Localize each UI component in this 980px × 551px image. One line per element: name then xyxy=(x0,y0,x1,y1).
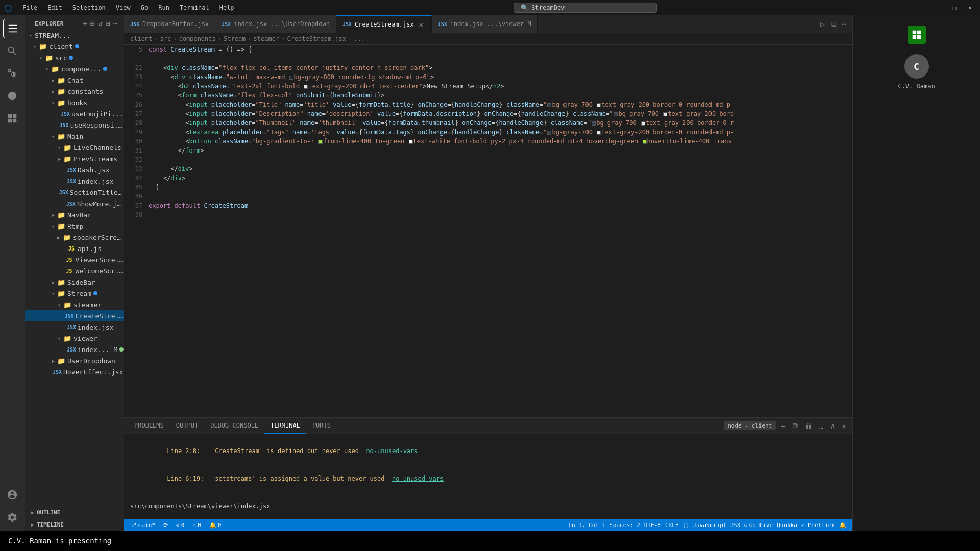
tree-item-sectiontitle[interactable]: JSX SectionTitle.j... xyxy=(24,187,124,198)
tree-item-client[interactable]: ▾ 📁 client xyxy=(24,41,124,52)
terminal-trash-button[interactable]: 🗑 xyxy=(803,421,814,431)
status-notifications[interactable]: 🔔 xyxy=(837,522,848,529)
status-spaces[interactable]: Spaces: 2 xyxy=(607,522,642,529)
breadcrumb-createstream-jsx[interactable]: CreateStream.jsx xyxy=(287,35,346,42)
tree-item-main-index[interactable]: JSX index.jsx xyxy=(24,176,124,187)
menu-selection[interactable]: Selection xyxy=(68,3,110,12)
status-prettier[interactable]: ✓ Prettier xyxy=(799,522,837,529)
collapse-all-button[interactable]: ⊟ xyxy=(106,19,110,28)
tree-item-steamer[interactable]: ▾ 📁 steamer xyxy=(24,299,124,310)
tree-item-sidebar-folder[interactable]: ▶ 📁 SideBar xyxy=(24,277,124,288)
tree-item-main[interactable]: ▾ 📁 Main xyxy=(24,131,124,142)
menu-run[interactable]: Run xyxy=(154,3,174,12)
no-unused-vars-link-2[interactable]: no-unused-vars xyxy=(392,475,444,482)
activity-explorer[interactable] xyxy=(3,19,21,38)
menu-go[interactable]: Go xyxy=(137,3,152,12)
minimize-button[interactable]: − xyxy=(933,3,945,13)
run-button[interactable]: ▷ xyxy=(818,19,826,29)
tree-item-constants[interactable]: ▶ 📁 constants xyxy=(24,86,124,97)
breadcrumb-ellipsis[interactable]: ... xyxy=(354,35,365,42)
panel-chevron-up[interactable]: ∧ xyxy=(828,421,837,431)
terminal-label[interactable]: node - client xyxy=(724,421,776,430)
breadcrumb-src[interactable]: src xyxy=(160,35,172,42)
tree-item-src[interactable]: ▾ 📁 src xyxy=(24,52,124,63)
terminal-add-button[interactable]: + xyxy=(779,421,787,431)
activity-search[interactable] xyxy=(3,42,21,60)
panel-tab-ports[interactable]: PORTS xyxy=(306,418,337,434)
outline-section[interactable]: ▶ OUTLINE xyxy=(24,506,124,518)
code-editor[interactable]: 5 const CreateStream = () => { 22 <div c… xyxy=(124,45,852,417)
tree-item-dash[interactable]: JSX Dash.jsx xyxy=(24,164,124,176)
status-go-live[interactable]: ⊙ Go Live xyxy=(742,522,775,529)
close-button[interactable]: ✕ xyxy=(964,3,976,13)
activity-accounts[interactable] xyxy=(3,486,21,504)
terminal-more-button[interactable]: … xyxy=(817,421,825,431)
timeline-section[interactable]: ▶ TIMELINE xyxy=(24,518,124,531)
activity-settings[interactable] xyxy=(3,508,21,527)
status-lang-mode[interactable]: {} JavaScript JSX xyxy=(680,522,742,529)
tree-item-components[interactable]: ▾ 📁 compone... xyxy=(24,63,124,74)
breadcrumb-steamer[interactable]: steamer xyxy=(254,35,280,42)
breadcrumb-stream[interactable]: Stream xyxy=(224,35,246,42)
tab-close-createstream[interactable]: ✕ xyxy=(417,20,425,29)
tree-item-stream[interactable]: ▾ 📁 Stream xyxy=(24,288,124,299)
no-unused-vars-link-1[interactable]: no-unused-vars xyxy=(366,447,418,455)
tab-dropdownbutton[interactable]: JSX DropdownButton.jsx xyxy=(124,15,215,33)
tree-item-chat[interactable]: ▶ 📁 Chat xyxy=(24,74,124,86)
command-search[interactable]: 🔍 StreamDev xyxy=(514,3,657,13)
panel-close-button[interactable]: ✕ xyxy=(840,421,848,431)
new-folder-button[interactable]: ⊞ xyxy=(90,19,95,28)
tree-item-useresponsi[interactable]: JSX useResponsi... xyxy=(24,119,124,131)
status-sync[interactable]: ⟳ xyxy=(161,519,170,531)
tree-item-api[interactable]: JS api.js xyxy=(24,243,124,254)
tree-item-useemoji[interactable]: JSX useEmojiPi... xyxy=(24,108,124,119)
split-editor-button[interactable]: ⧉ xyxy=(829,19,838,30)
refresh-button[interactable]: ↺ xyxy=(98,19,103,28)
tree-item-livechannels[interactable]: ▾ 📁 LiveChannels xyxy=(24,142,124,153)
menu-terminal[interactable]: Terminal xyxy=(176,3,213,12)
activity-run-debug[interactable] xyxy=(3,87,21,105)
menu-help[interactable]: Help xyxy=(215,3,238,12)
more-tab-button[interactable]: ⋯ xyxy=(840,19,848,29)
tree-root[interactable]: ▾ STREAM... xyxy=(24,30,124,41)
activity-extensions[interactable] xyxy=(3,109,21,128)
tab-index-userdropdown[interactable]: JSX index.jsx ...\UserDropdown xyxy=(215,15,336,33)
status-quokka[interactable]: Quokka xyxy=(775,522,799,529)
status-branch[interactable]: ⎇ main* xyxy=(128,519,157,531)
tree-item-hooks[interactable]: ▾ 📁 hooks xyxy=(24,97,124,108)
tree-item-prevstreams[interactable]: ▶ 📁 PrevStreams xyxy=(24,153,124,164)
more-actions-button[interactable]: ⋯ xyxy=(113,19,118,28)
tree-item-rtmp[interactable]: ▾ 📁 Rtmp xyxy=(24,220,124,232)
tree-item-viewer-index[interactable]: JSX index... M xyxy=(24,344,124,355)
tree-item-showmore[interactable]: JSX ShowMore.jsx xyxy=(24,198,124,209)
tab-createstream[interactable]: JSX CreateStream.jsx ✕ xyxy=(336,15,432,33)
tree-item-speakerscreen[interactable]: ▶ 📁 speakerScreen xyxy=(24,232,124,243)
menu-file[interactable]: File xyxy=(18,3,41,12)
status-errors[interactable]: ⊘ 0 xyxy=(174,519,186,531)
status-warnings[interactable]: ⚠ 0 xyxy=(190,519,203,531)
menu-view[interactable]: View xyxy=(112,3,135,12)
terminal-split-button[interactable]: ⧉ xyxy=(791,420,800,431)
tree-item-steamer-index[interactable]: JSX index.jsx xyxy=(24,321,124,333)
terminal-content[interactable]: Line 2:8: 'CreateStream' is defined but … xyxy=(124,434,852,519)
maximize-button[interactable]: □ xyxy=(949,3,961,13)
tree-item-userdropdown[interactable]: ▶ 📁 UserDropdown xyxy=(24,355,124,366)
menu-edit[interactable]: Edit xyxy=(43,3,66,12)
panel-tab-terminal[interactable]: TERMINAL xyxy=(264,418,306,434)
panel-tab-output[interactable]: OUTPUT xyxy=(170,418,204,434)
breadcrumb-components[interactable]: components xyxy=(179,35,216,42)
tree-item-createstream[interactable]: JSX CreateStre... xyxy=(24,310,124,321)
status-encoding[interactable]: UTF-8 xyxy=(642,522,663,529)
tree-item-hovereffect[interactable]: JSX HoverEffect.jsx xyxy=(24,366,124,378)
tree-item-viewerscreen[interactable]: JS ViewerScre... xyxy=(24,254,124,265)
status-line-ending[interactable]: CRLF xyxy=(663,522,681,529)
panel-tab-problems[interactable]: PROBLEMS xyxy=(128,418,170,434)
tree-item-viewer[interactable]: ▾ 📁 viewer xyxy=(24,333,124,344)
tree-item-welcomescreen[interactable]: JS WelcomeScr... xyxy=(24,265,124,277)
breadcrumb-client[interactable]: client xyxy=(130,35,152,42)
panel-tab-debug[interactable]: DEBUG CONSOLE xyxy=(204,418,264,434)
status-info[interactable]: 🔔 0 xyxy=(207,519,224,531)
tab-index-viewer[interactable]: JSX index.jsx ...\viewer M xyxy=(432,15,538,33)
activity-source-control[interactable] xyxy=(3,64,21,83)
tree-item-navbar[interactable]: ▶ 📁 NavBar xyxy=(24,209,124,220)
